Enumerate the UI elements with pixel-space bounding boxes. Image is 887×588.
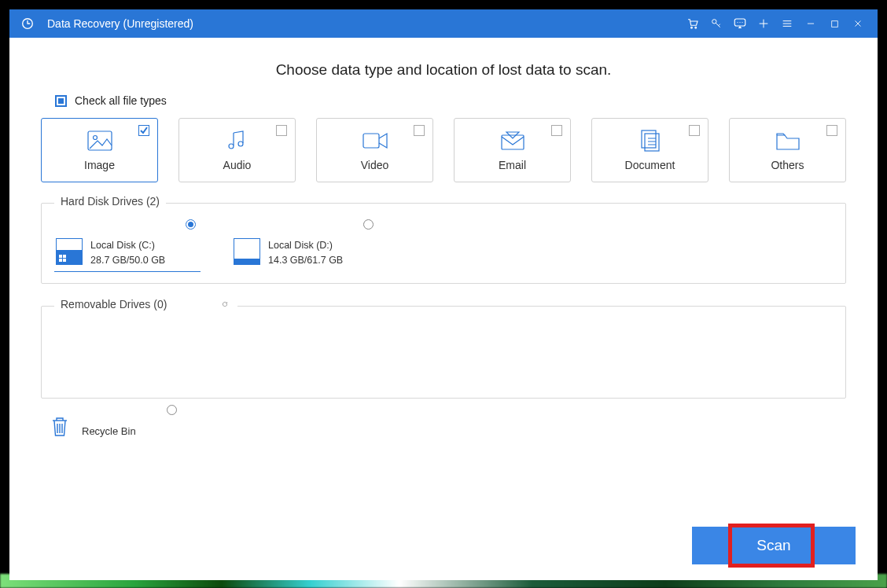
minimize-button[interactable] bbox=[799, 9, 823, 38]
svg-rect-17 bbox=[59, 255, 62, 258]
svg-rect-8 bbox=[831, 20, 837, 27]
recycle-bin-label: Recycle Bin bbox=[82, 425, 136, 437]
svg-point-1 bbox=[691, 27, 693, 28]
file-type-email[interactable]: Email bbox=[454, 118, 571, 182]
removable-drives-group: Removable Drives (0) bbox=[41, 306, 846, 399]
svg-rect-20 bbox=[63, 259, 66, 262]
app-window: Data Recovery (Unregistered) Choose data… bbox=[9, 9, 878, 580]
file-type-image-label: Image bbox=[84, 159, 115, 171]
file-type-others[interactable]: Others bbox=[729, 118, 846, 182]
recycle-bin-option[interactable]: Recycle Bin bbox=[50, 416, 846, 439]
svg-point-10 bbox=[93, 136, 97, 140]
content-area: Choose data type and location of lost da… bbox=[9, 38, 878, 580]
svg-rect-14 bbox=[502, 135, 524, 149]
check-all-checkbox-mixed[interactable] bbox=[55, 95, 67, 107]
svg-rect-13 bbox=[363, 134, 379, 148]
svg-point-11 bbox=[229, 144, 234, 149]
app-logo-icon bbox=[20, 17, 35, 31]
page-heading: Choose data type and location of lost da… bbox=[41, 61, 846, 79]
drive-local-d-radio[interactable] bbox=[363, 219, 374, 230]
document-icon bbox=[636, 129, 664, 153]
file-type-image-checkbox[interactable] bbox=[138, 125, 149, 136]
scan-button[interactable]: Scan bbox=[692, 527, 856, 564]
svg-rect-15 bbox=[642, 130, 656, 148]
svg-rect-16 bbox=[645, 134, 659, 151]
file-type-video-checkbox[interactable] bbox=[414, 125, 425, 136]
app-title: Data Recovery (Unregistered) bbox=[47, 17, 193, 30]
recycle-bin-radio[interactable] bbox=[167, 405, 177, 415]
menu-icon[interactable] bbox=[775, 9, 799, 38]
drive-local-c[interactable]: Local Disk (C:) 28.7 GB/50.0 GB bbox=[54, 221, 201, 272]
file-type-image[interactable]: Image bbox=[41, 118, 158, 182]
cart-icon[interactable] bbox=[681, 9, 705, 38]
file-type-document-checkbox[interactable] bbox=[689, 125, 700, 136]
check-all-file-types[interactable]: Check all file types bbox=[55, 94, 846, 107]
file-type-video-label: Video bbox=[361, 159, 389, 171]
file-type-others-label: Others bbox=[771, 159, 804, 171]
trash-icon bbox=[50, 416, 71, 439]
removable-group-title: Removable Drives (0) bbox=[54, 298, 237, 311]
windows-logo-icon bbox=[59, 255, 67, 263]
file-type-audio-checkbox[interactable] bbox=[276, 125, 287, 136]
file-type-row: Image Audio Video bbox=[41, 118, 846, 182]
email-icon bbox=[499, 129, 527, 153]
maximize-button[interactable] bbox=[823, 9, 846, 38]
drive-d-name: Local Disk (D:) bbox=[268, 238, 343, 253]
refresh-icon[interactable] bbox=[219, 298, 231, 311]
file-type-audio-label: Audio bbox=[223, 159, 252, 171]
hard-disk-row: Local Disk (C:) 28.7 GB/50.0 GB Local Di… bbox=[54, 221, 833, 272]
hard-disk-group-title: Hard Disk Drives (2) bbox=[54, 195, 166, 208]
file-type-others-checkbox[interactable] bbox=[826, 125, 837, 136]
svg-point-2 bbox=[695, 27, 697, 28]
svg-point-12 bbox=[238, 141, 243, 146]
svg-rect-18 bbox=[63, 255, 66, 258]
check-all-label: Check all file types bbox=[75, 94, 167, 107]
drive-d-usage: 14.3 GB/61.7 GB bbox=[268, 253, 343, 268]
drive-d-icon bbox=[234, 238, 260, 265]
svg-point-3 bbox=[712, 20, 716, 24]
drive-c-name: Local Disk (C:) bbox=[90, 238, 165, 253]
drive-c-usage: 28.7 GB/50.0 GB bbox=[90, 253, 165, 268]
title-bar: Data Recovery (Unregistered) bbox=[9, 9, 878, 38]
drive-local-d[interactable]: Local Disk (D:) 14.3 GB/61.7 GB bbox=[232, 221, 378, 272]
drive-c-icon bbox=[56, 238, 83, 265]
svg-point-6 bbox=[739, 22, 740, 23]
image-icon bbox=[86, 129, 114, 153]
hard-disk-group: Hard Disk Drives (2) Local Disk (C:) bbox=[41, 203, 846, 284]
drive-local-c-radio[interactable] bbox=[186, 219, 196, 230]
add-icon[interactable] bbox=[752, 9, 775, 38]
key-icon[interactable] bbox=[705, 9, 728, 38]
file-type-email-checkbox[interactable] bbox=[551, 125, 562, 136]
file-type-document-label: Document bbox=[625, 159, 675, 171]
file-type-video[interactable]: Video bbox=[316, 118, 433, 182]
file-type-email-label: Email bbox=[499, 159, 526, 171]
audio-icon bbox=[223, 129, 252, 153]
svg-point-7 bbox=[742, 22, 742, 23]
file-type-audio[interactable]: Audio bbox=[179, 118, 296, 182]
close-button[interactable] bbox=[846, 9, 870, 38]
svg-point-5 bbox=[737, 22, 738, 23]
video-icon bbox=[361, 129, 389, 153]
folder-icon bbox=[774, 129, 802, 153]
svg-rect-19 bbox=[59, 259, 62, 262]
file-type-document[interactable]: Document bbox=[591, 118, 708, 182]
feedback-icon[interactable] bbox=[728, 9, 752, 38]
